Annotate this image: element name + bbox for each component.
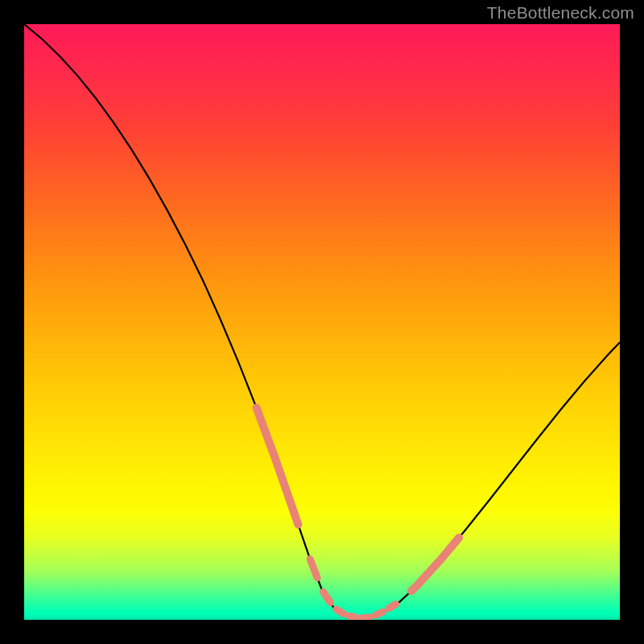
plot-area [24,24,620,620]
main-curve [24,24,620,618]
curve-svg [24,24,620,620]
watermark-text: TheBottleneck.com [487,3,634,23]
chart-frame: { "watermark": "TheBottleneck.com", "col… [0,0,644,644]
salmon-overlay [257,408,460,618]
